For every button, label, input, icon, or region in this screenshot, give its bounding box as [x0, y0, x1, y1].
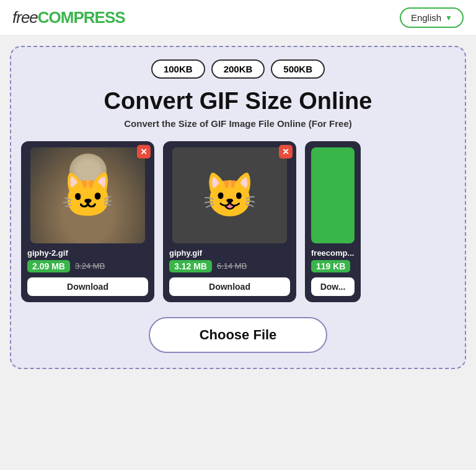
- logo-free-text: free: [12, 8, 38, 27]
- cat1-image: [30, 147, 145, 243]
- file-thumbnail-2: [172, 147, 287, 243]
- download-button-1[interactable]: Download: [27, 277, 148, 296]
- file-name-2: giphy.gif: [169, 248, 202, 258]
- logo-compress-text: COMPRESS: [38, 8, 125, 27]
- file-thumbnail-3: [311, 147, 355, 243]
- close-button-1[interactable]: ✕: [137, 145, 151, 159]
- file-name-1: giphy-2.gif: [27, 248, 68, 258]
- main-content: 100KB 200KB 500KB Convert GIF Size Onlin…: [0, 36, 476, 379]
- size-btn-200kb[interactable]: 200KB: [211, 59, 265, 79]
- file-sizes-1: 2.09 MB 3.24 MB: [27, 260, 105, 272]
- file-size-old-2: 6.14 MB: [217, 261, 247, 271]
- file-sizes-2: 3.12 MB 6.14 MB: [169, 260, 247, 272]
- file-card-1: ✕ giphy-2.gif 2.09 MB 3.24 MB Download: [21, 141, 154, 302]
- file-size-new-3: 119 KB: [311, 260, 350, 272]
- header: freeCOMPRESS English ▼: [0, 0, 476, 36]
- file-sizes-3: 119 KB: [311, 260, 350, 272]
- file-size-old-1: 3.24 MB: [75, 261, 105, 271]
- file-name-3: freecomp...: [311, 248, 354, 258]
- close-button-2[interactable]: ✕: [279, 145, 293, 159]
- files-row: ✕ giphy-2.gif 2.09 MB 3.24 MB Download ✕…: [21, 141, 455, 302]
- page-subtitle: Convert the Size of GIF Image File Onlin…: [124, 118, 352, 129]
- file-size-new-2: 3.12 MB: [169, 260, 212, 272]
- choose-file-button[interactable]: Choose File: [149, 317, 328, 353]
- file-card-3: freecomp... 119 KB Dow...: [305, 141, 361, 302]
- tool-container: 100KB 200KB 500KB Convert GIF Size Onlin…: [10, 46, 466, 369]
- chevron-down-icon: ▼: [445, 14, 452, 22]
- file-size-new-1: 2.09 MB: [27, 260, 70, 272]
- size-preset-buttons: 100KB 200KB 500KB: [151, 59, 325, 79]
- logo: freeCOMPRESS: [12, 8, 125, 27]
- size-btn-500kb[interactable]: 500KB: [271, 59, 325, 79]
- size-btn-100kb[interactable]: 100KB: [151, 59, 205, 79]
- file-card-2: ✕ giphy.gif 3.12 MB 6.14 MB Download: [163, 141, 296, 302]
- language-button[interactable]: English ▼: [400, 7, 464, 28]
- download-button-3[interactable]: Dow...: [311, 277, 355, 296]
- cat2-image: [172, 147, 287, 243]
- file-thumbnail-1: [30, 147, 145, 243]
- download-button-2[interactable]: Download: [169, 277, 290, 296]
- page-title: Convert GIF Size Online: [104, 89, 372, 115]
- language-label: English: [411, 12, 441, 23]
